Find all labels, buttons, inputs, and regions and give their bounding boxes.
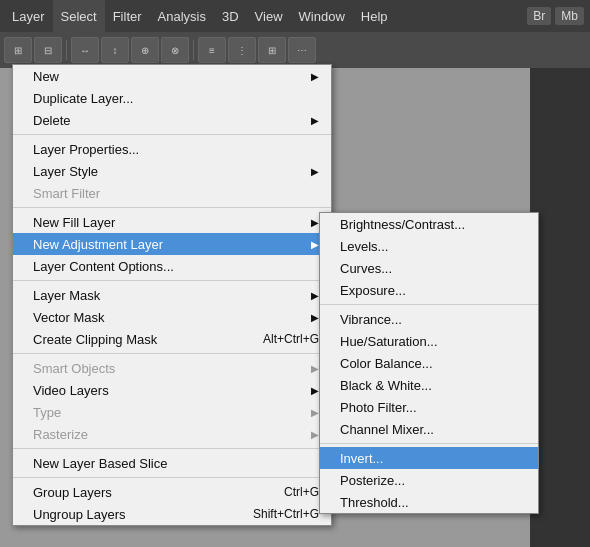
video-layers-arrow-icon: ▶ [311, 385, 319, 396]
adjustment-submenu: Brightness/Contrast... Levels... Curves.… [319, 212, 539, 514]
menu-item-new-adjustment[interactable]: New Adjustment Layer ▶ [13, 233, 331, 255]
menu-3d[interactable]: 3D [214, 0, 247, 32]
layer-menu: New ▶ Duplicate Layer... Delete ▶ Layer … [12, 64, 332, 526]
adj-levels[interactable]: Levels... [320, 235, 538, 257]
menu-item-new-slice[interactable]: New Layer Based Slice [13, 452, 331, 474]
arrow-icon: ▶ [311, 71, 319, 82]
menu-view[interactable]: View [247, 0, 291, 32]
menu-item-smart-objects: Smart Objects ▶ [13, 357, 331, 379]
smart-objects-arrow-icon: ▶ [311, 363, 319, 374]
sep-4 [13, 353, 331, 354]
toolbar-btn-9[interactable]: ⊞ [258, 37, 286, 63]
menu-item-style[interactable]: Layer Style ▶ [13, 160, 331, 182]
menu-item-duplicate[interactable]: Duplicate Layer... [13, 87, 331, 109]
adj-channel-mixer[interactable]: Channel Mixer... [320, 418, 538, 440]
type-arrow-icon: ▶ [311, 407, 319, 418]
layer-mask-arrow-icon: ▶ [311, 290, 319, 301]
menu-item-properties[interactable]: Layer Properties... [13, 138, 331, 160]
toolbar-btn-6[interactable]: ⊗ [161, 37, 189, 63]
menu-window[interactable]: Window [291, 0, 353, 32]
canvas-dark [530, 68, 590, 547]
toolbar-btn-5[interactable]: ⊕ [131, 37, 159, 63]
adj-bw[interactable]: Black & White... [320, 374, 538, 396]
sep-2 [13, 207, 331, 208]
menu-item-ungroup-layers[interactable]: Ungroup Layers Shift+Ctrl+G [13, 503, 331, 525]
toolbar-sep-2 [193, 40, 194, 60]
bridge-badge[interactable]: Br [527, 7, 551, 25]
toolbar-row: ⊞ ⊟ ↔ ↕ ⊕ ⊗ ≡ ⋮ ⊞ ⋯ [0, 32, 590, 68]
menu-item-new-fill[interactable]: New Fill Layer ▶ [13, 211, 331, 233]
adj-exposure[interactable]: Exposure... [320, 279, 538, 301]
adj-sep-1 [320, 304, 538, 305]
adj-invert[interactable]: Invert... [320, 447, 538, 469]
adj-vibrance[interactable]: Vibrance... [320, 308, 538, 330]
adj-color-balance[interactable]: Color Balance... [320, 352, 538, 374]
menu-item-new[interactable]: New ▶ [13, 65, 331, 87]
menu-filter[interactable]: Filter [105, 0, 150, 32]
menu-item-delete[interactable]: Delete ▶ [13, 109, 331, 131]
adj-curves[interactable]: Curves... [320, 257, 538, 279]
menu-select[interactable]: Select [53, 0, 105, 32]
fill-arrow-icon: ▶ [311, 217, 319, 228]
toolbar-btn-4[interactable]: ↕ [101, 37, 129, 63]
adj-posterize[interactable]: Posterize... [320, 469, 538, 491]
toolbar-btn-7[interactable]: ≡ [198, 37, 226, 63]
menu-item-group-layers[interactable]: Group Layers Ctrl+G [13, 481, 331, 503]
mini-bridge-badge[interactable]: Mb [555, 7, 584, 25]
menubar-right: Br Mb [525, 0, 586, 32]
menu-item-layer-mask[interactable]: Layer Mask ▶ [13, 284, 331, 306]
menu-item-content-options[interactable]: Layer Content Options... [13, 255, 331, 277]
toolbar-btn-2[interactable]: ⊟ [34, 37, 62, 63]
menubar: Layer Select Filter Analysis 3D View Win… [0, 0, 590, 32]
adj-brightness[interactable]: Brightness/Contrast... [320, 213, 538, 235]
adj-threshold[interactable]: Threshold... [320, 491, 538, 513]
toolbar-btn-10[interactable]: ⋯ [288, 37, 316, 63]
clipping-mask-shortcut: Alt+Ctrl+G [243, 332, 319, 346]
toolbar-btn-3[interactable]: ↔ [71, 37, 99, 63]
adj-photo-filter[interactable]: Photo Filter... [320, 396, 538, 418]
adj-arrow-icon: ▶ [311, 239, 319, 250]
delete-arrow-icon: ▶ [311, 115, 319, 126]
group-layers-shortcut: Ctrl+G [264, 485, 319, 499]
sep-1 [13, 134, 331, 135]
sep-5 [13, 448, 331, 449]
menu-item-video-layers[interactable]: Video Layers ▶ [13, 379, 331, 401]
menu-item-vector-mask[interactable]: Vector Mask ▶ [13, 306, 331, 328]
rasterize-arrow-icon: ▶ [311, 429, 319, 440]
menu-help[interactable]: Help [353, 0, 396, 32]
menu-item-type: Type ▶ [13, 401, 331, 423]
workspace: ⊞ ⊟ ↔ ↕ ⊕ ⊗ ≡ ⋮ ⊞ ⋯ New ▶ Duplicate Laye… [0, 32, 590, 547]
menu-layer[interactable]: Layer [4, 0, 53, 32]
toolbar-sep-1 [66, 40, 67, 60]
menu-item-rasterize: Rasterize ▶ [13, 423, 331, 445]
adj-sep-2 [320, 443, 538, 444]
sep-3 [13, 280, 331, 281]
menu-item-clipping-mask[interactable]: Create Clipping Mask Alt+Ctrl+G [13, 328, 331, 350]
style-arrow-icon: ▶ [311, 166, 319, 177]
toolbar-btn-8[interactable]: ⋮ [228, 37, 256, 63]
vector-mask-arrow-icon: ▶ [311, 312, 319, 323]
toolbar-btn-1[interactable]: ⊞ [4, 37, 32, 63]
menu-item-smart-filter: Smart Filter [13, 182, 331, 204]
menu-analysis[interactable]: Analysis [150, 0, 214, 32]
sep-6 [13, 477, 331, 478]
ungroup-layers-shortcut: Shift+Ctrl+G [233, 507, 319, 521]
adj-hue-sat[interactable]: Hue/Saturation... [320, 330, 538, 352]
